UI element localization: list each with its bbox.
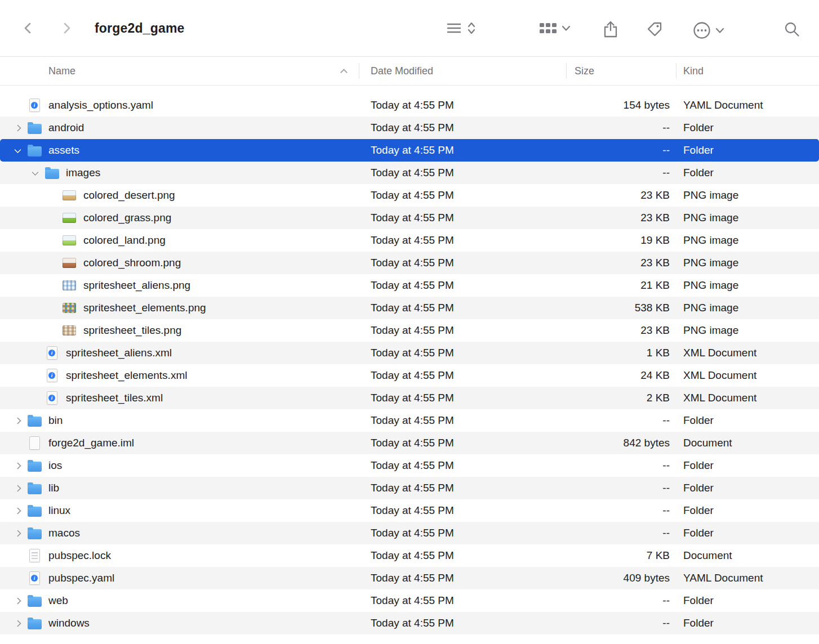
file-size: -- (567, 482, 676, 494)
file-kind: Folder (676, 482, 819, 494)
file-row[interactable]: windowsToday at 4:55 PM--Folder (0, 612, 819, 634)
file-size: 1 KB (567, 347, 676, 359)
chevron-right-icon (59, 20, 74, 36)
column-header-name[interactable]: Name (0, 65, 359, 77)
file-row[interactable]: iosToday at 4:55 PM--Folder (0, 454, 819, 477)
file-row[interactable]: binToday at 4:55 PM--Folder (0, 409, 819, 432)
forward-button[interactable] (59, 20, 74, 36)
file-kind: Folder (676, 459, 819, 472)
share-button[interactable] (602, 20, 620, 38)
file-icon-slot (27, 547, 42, 564)
disclosure-chevron[interactable] (8, 463, 27, 468)
file-name-cell: spritesheet_aliens.png (0, 277, 359, 294)
file-date-modified: Today at 4:55 PM (359, 347, 567, 359)
file-date-modified: Today at 4:55 PM (359, 572, 567, 584)
file-icon-slot (62, 299, 77, 316)
disclosure-chevron[interactable] (8, 621, 27, 626)
file-row[interactable]: androidToday at 4:55 PM--Folder (0, 117, 819, 139)
image-thumbnail-icon (63, 258, 76, 268)
file-date-modified: Today at 4:55 PM (359, 324, 567, 337)
file-size: 21 KB (567, 279, 676, 292)
disclosure-chevron[interactable] (8, 531, 27, 536)
tags-button[interactable] (646, 20, 664, 38)
file-row[interactable]: analysis_options.yamlToday at 4:55 PM154… (0, 94, 819, 117)
file-row[interactable]: webToday at 4:55 PM--Folder (0, 589, 819, 612)
file-name: macos (48, 527, 80, 539)
file-name-cell: android (0, 119, 359, 136)
folder-icon (28, 619, 42, 629)
disclosure-chevron[interactable] (25, 171, 44, 176)
column-header-date-modified[interactable]: Date Modified (359, 65, 566, 77)
file-row[interactable]: colored_desert.pngToday at 4:55 PM23 KBP… (0, 184, 819, 207)
share-icon (602, 20, 620, 38)
file-row[interactable]: colored_grass.pngToday at 4:55 PM23 KBPN… (0, 207, 819, 229)
file-row[interactable]: assetsToday at 4:55 PM--Folder (0, 139, 819, 162)
folder-icon (28, 124, 42, 134)
file-size: -- (567, 617, 676, 629)
disclosure-chevron[interactable] (8, 126, 27, 131)
file-row[interactable]: spritesheet_tiles.pngToday at 4:55 PM23 … (0, 319, 819, 342)
file-date-modified: Today at 4:55 PM (359, 167, 567, 179)
file-date-modified: Today at 4:55 PM (359, 437, 567, 449)
file-name: pubspec.yaml (48, 572, 114, 584)
disclosure-chevron[interactable] (8, 508, 27, 513)
yaml-document-icon (29, 571, 40, 585)
file-name: colored_desert.png (83, 189, 175, 202)
file-name-cell: spritesheet_elements.xml (0, 367, 359, 384)
chevron-left-icon (20, 20, 36, 36)
file-row[interactable]: spritesheet_elements.xmlToday at 4:55 PM… (0, 364, 819, 387)
file-size: 409 bytes (567, 572, 676, 584)
view-options-button[interactable] (445, 20, 477, 36)
file-size: 538 KB (567, 302, 676, 314)
file-icon-slot (44, 164, 59, 181)
file-row[interactable]: forge2d_game.imlToday at 4:55 PM842 byte… (0, 432, 819, 454)
file-row[interactable]: libToday at 4:55 PM--Folder (0, 477, 819, 499)
file-kind: PNG image (676, 212, 819, 224)
search-button[interactable] (783, 20, 801, 38)
file-name: spritesheet_tiles.xml (66, 392, 163, 404)
file-row[interactable]: colored_land.pngToday at 4:55 PM19 KBPNG… (0, 229, 819, 252)
disclosure-chevron[interactable] (8, 148, 27, 153)
file-name: spritesheet_aliens.xml (66, 347, 172, 359)
file-list: analysis_options.yamlToday at 4:55 PM154… (0, 86, 819, 634)
finder-window: forge2d_game (0, 0, 819, 634)
disclosure-chevron[interactable] (8, 418, 27, 423)
file-icon-slot (27, 97, 42, 114)
file-size: -- (567, 504, 676, 517)
disclosure-chevron[interactable] (8, 598, 27, 603)
more-actions-button[interactable] (692, 20, 724, 41)
file-icon-slot (27, 457, 42, 474)
list-view-icon (445, 20, 463, 36)
file-size: -- (567, 459, 676, 472)
file-icon-slot (62, 187, 77, 204)
file-size: 23 KB (567, 324, 676, 337)
ellipsis-circle-icon (692, 20, 712, 41)
file-row[interactable]: spritesheet_aliens.pngToday at 4:55 PM21… (0, 274, 819, 297)
file-row[interactable]: spritesheet_tiles.xmlToday at 4:55 PM2 K… (0, 387, 819, 409)
group-by-button[interactable] (538, 20, 571, 36)
file-name: ios (48, 459, 62, 472)
back-button[interactable] (20, 20, 36, 36)
column-header-name-label: Name (48, 65, 75, 77)
file-date-modified: Today at 4:55 PM (359, 234, 567, 247)
xml-document-icon (47, 346, 57, 360)
file-row[interactable]: pubspec.yamlToday at 4:55 PM409 bytesYAM… (0, 567, 819, 589)
file-row[interactable]: spritesheet_elements.pngToday at 4:55 PM… (0, 297, 819, 319)
column-header-size[interactable]: Size (567, 65, 676, 77)
file-name: colored_land.png (83, 234, 166, 247)
file-row[interactable]: spritesheet_aliens.xmlToday at 4:55 PM1 … (0, 342, 819, 364)
file-row[interactable]: pubspec.lockToday at 4:55 PM7 KBDocument (0, 544, 819, 567)
column-header-kind[interactable]: Kind (676, 65, 819, 77)
disclosure-chevron[interactable] (8, 486, 27, 491)
file-row[interactable]: imagesToday at 4:55 PM--Folder (0, 162, 819, 184)
magnifier-icon (783, 20, 801, 38)
file-row[interactable]: macosToday at 4:55 PM--Folder (0, 522, 819, 544)
file-row[interactable]: colored_shroom.pngToday at 4:55 PM23 KBP… (0, 252, 819, 274)
file-kind: Document (676, 549, 819, 562)
file-row[interactable]: linuxToday at 4:55 PM--Folder (0, 499, 819, 522)
file-name: lib (48, 482, 59, 494)
file-name-cell: spritesheet_tiles.xml (0, 390, 359, 406)
file-size: 24 KB (567, 369, 676, 382)
folder-icon (28, 417, 42, 427)
file-size: 23 KB (567, 212, 676, 224)
